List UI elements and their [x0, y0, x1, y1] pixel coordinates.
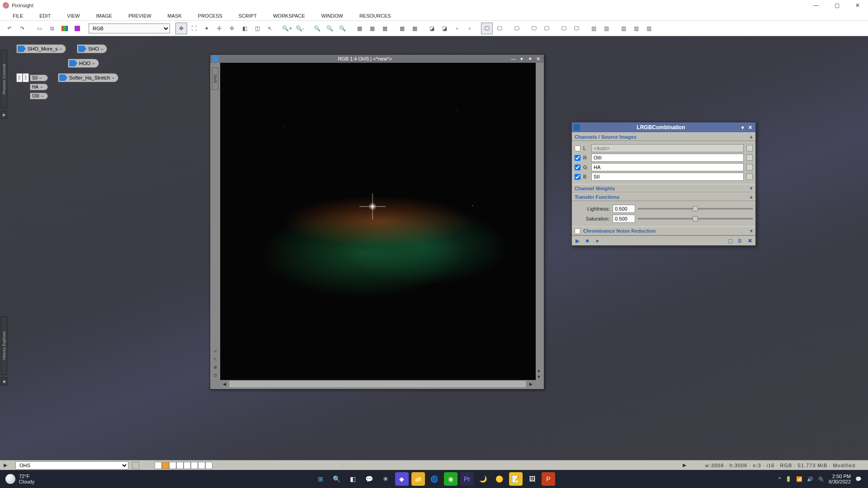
menu-view[interactable]: VIEW: [59, 13, 88, 19]
menu-mask[interactable]: MASK: [160, 13, 190, 19]
app-icon-6[interactable]: 🌙: [476, 472, 490, 486]
apply-rt-icon[interactable]: ●: [594, 237, 601, 244]
process-console-icon[interactable]: ▶: [1, 111, 7, 119]
channel-box[interactable]: [191, 462, 198, 469]
screen-e-icon[interactable]: 🖵: [541, 23, 552, 34]
docs-icon[interactable]: 🗎: [736, 237, 744, 244]
mask-d-icon[interactable]: ›: [464, 23, 476, 34]
channel-l-input[interactable]: [591, 144, 744, 152]
maximize-button[interactable]: ▢: [826, 0, 847, 11]
zoom-fit-icon[interactable]: 🔍: [336, 23, 348, 34]
image-canvas[interactable]: [220, 63, 536, 380]
mini-node-sii[interactable]: SII••: [30, 75, 48, 81]
process-node-sho[interactable]: SHO ••: [77, 44, 107, 53]
lightness-slider[interactable]: [638, 206, 753, 212]
channel-b-checkbox[interactable]: [575, 174, 580, 180]
menu-window[interactable]: WINDOW: [313, 13, 351, 19]
menu-image[interactable]: IMAGE: [88, 13, 120, 19]
menu-resources[interactable]: RESOURCES: [351, 13, 399, 19]
dialog-shade-icon[interactable]: ▾: [739, 125, 746, 131]
new-instance-icon[interactable]: ▢: [726, 237, 734, 244]
clone-icon[interactable]: ⧉: [46, 23, 58, 34]
app-icon-1[interactable]: 💬: [363, 472, 376, 486]
pointer-icon[interactable]: ↖: [264, 23, 276, 34]
transfer-section-header[interactable]: Transfer Functions ▴: [572, 192, 755, 201]
status-playback-icon[interactable]: ▶: [683, 462, 690, 468]
channel-b-picker-icon[interactable]: [746, 174, 753, 180]
scroll-up-icon[interactable]: ▲: [536, 367, 542, 374]
photos-icon[interactable]: 🖼: [525, 472, 539, 486]
preview-b-icon[interactable]: ▦: [366, 23, 378, 34]
app-icon-3[interactable]: ◆: [395, 472, 409, 486]
menu-script[interactable]: SCRIPT: [231, 13, 265, 19]
menu-edit[interactable]: EDIT: [31, 13, 59, 19]
channel-l-checkbox[interactable]: [575, 145, 580, 151]
process-console-tab[interactable]: Process Console: [1, 50, 7, 108]
crop-icon[interactable]: ◧: [239, 23, 250, 34]
zoom-1-icon[interactable]: 🔍: [311, 23, 323, 34]
mini-node-ha[interactable]: HA••: [30, 84, 48, 90]
channels-section-header[interactable]: Channels / Source Images ▴: [572, 132, 755, 141]
preview-c-icon[interactable]: ▦: [379, 23, 391, 34]
status-box-icon[interactable]: [132, 462, 139, 469]
channel-l-picker-icon[interactable]: [746, 145, 753, 151]
preview-e-icon[interactable]: ▦: [409, 23, 420, 34]
taskbar-weather[interactable]: 72°F Cloudy: [0, 474, 90, 484]
image-window[interactable]: RGB 1:4 OHS | <*new*> — ▾ ✦ ✕ SHO ⤢ ⤡ ⊕ …: [210, 54, 544, 389]
zoom-in-icon[interactable]: 🔍+: [281, 23, 293, 34]
undo-icon[interactable]: ↶: [4, 23, 15, 34]
mask-b-icon[interactable]: ◪: [439, 23, 450, 34]
screen-b-icon[interactable]: 🖵: [494, 23, 505, 34]
dialog-close-icon[interactable]: ✕: [746, 125, 754, 131]
rgb-icon[interactable]: [59, 23, 71, 34]
region-icon[interactable]: ◫: [251, 23, 263, 34]
view-selector[interactable]: OHS: [15, 461, 128, 469]
screen-c-icon[interactable]: 🖵: [511, 23, 523, 34]
app-icon-4[interactable]: 🌀: [428, 472, 441, 486]
channel-g-picker-icon[interactable]: [746, 164, 753, 170]
channel-box[interactable]: [205, 462, 212, 469]
channel-g-checkbox[interactable]: [575, 164, 580, 170]
premiere-icon[interactable]: Pr: [460, 472, 474, 486]
colorspace-select[interactable]: RGB: [89, 23, 170, 33]
layers-icon[interactable]: [71, 23, 83, 34]
lrgb-combination-dialog[interactable]: LRGBCombination ▾ ✕ Channels / Source Im…: [571, 122, 756, 246]
channel-box-active[interactable]: [162, 462, 169, 469]
panel-c-icon[interactable]: ▥: [618, 23, 629, 34]
image-maximize-icon[interactable]: ✦: [526, 56, 534, 62]
zoom-out-icon[interactable]: 🔍-: [294, 23, 306, 34]
start-icon[interactable]: ⊞: [314, 472, 327, 486]
reset-icon[interactable]: ✖: [746, 237, 754, 244]
battery-icon[interactable]: 🔋: [785, 476, 792, 482]
taskbar-clock[interactable]: 2:50 PM 8/30/2022: [829, 474, 851, 484]
channel-r-checkbox[interactable]: [575, 155, 580, 161]
channel-box[interactable]: [155, 462, 162, 469]
target-icon[interactable]: ⊙: [212, 372, 218, 378]
process-node-hoo[interactable]: HOO ••: [68, 59, 99, 68]
channel-box[interactable]: [198, 462, 205, 469]
app-icon-2[interactable]: ✳: [379, 472, 392, 486]
tray-expand-icon[interactable]: ^: [778, 476, 781, 482]
image-shade-icon[interactable]: ▾: [518, 56, 526, 62]
panel-d-icon[interactable]: ▥: [630, 23, 642, 34]
search-icon[interactable]: 🔍: [330, 472, 344, 486]
channel-box[interactable]: [176, 462, 184, 469]
process-node-sho-more[interactable]: SHO_More_s ••: [16, 44, 66, 53]
mini-node-oiii[interactable]: OIII••: [30, 93, 48, 99]
history-explorer-icon[interactable]: ◆: [1, 377, 7, 385]
process-node-softer-ha[interactable]: Softer_Ha_Stretch ••: [58, 73, 118, 82]
minimize-button[interactable]: —: [806, 0, 826, 11]
panel-a-icon[interactable]: ▥: [588, 23, 599, 34]
apply-icon[interactable]: ▶: [574, 237, 581, 244]
channel-r-input[interactable]: [591, 154, 744, 162]
cnr-checkbox[interactable]: [575, 228, 580, 234]
panel-e-icon[interactable]: ▥: [643, 23, 655, 34]
notifications-icon[interactable]: 💬: [855, 476, 862, 482]
image-preview-tab[interactable]: SHO: [212, 67, 218, 90]
close-button[interactable]: ✕: [847, 0, 868, 11]
collapse-icon[interactable]: ⤢: [212, 347, 218, 354]
zoom-2-icon[interactable]: 🔍: [324, 23, 335, 34]
volume-icon[interactable]: 🔊: [807, 476, 813, 482]
screen-d-icon[interactable]: 🖵: [528, 23, 540, 34]
saturation-slider[interactable]: [638, 216, 753, 222]
